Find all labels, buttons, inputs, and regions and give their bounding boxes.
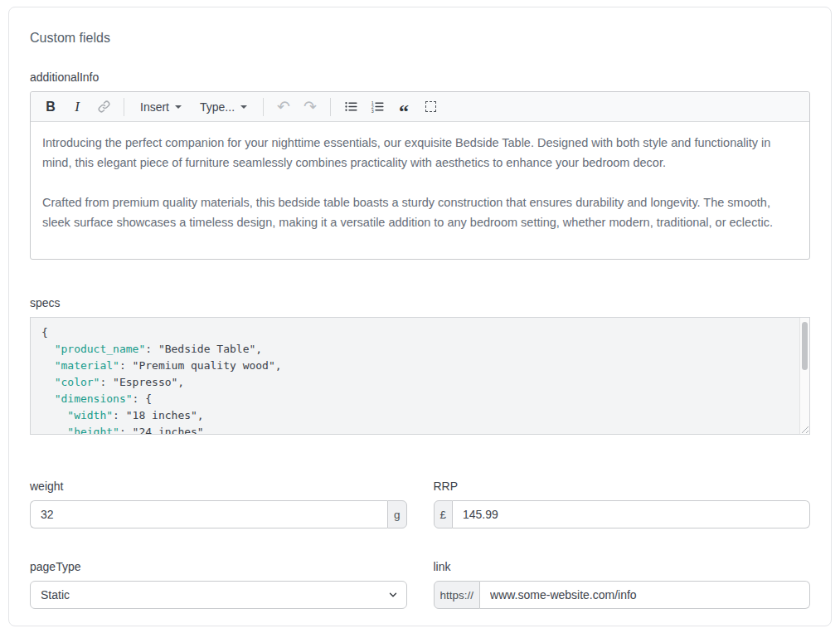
rrp-field-group: RRP £ bbox=[434, 480, 811, 528]
specs-code-content: { "product_name": "Bedside Table", "mate… bbox=[41, 324, 789, 435]
weight-label: weight bbox=[30, 480, 407, 493]
card-title: Custom fields bbox=[30, 31, 810, 46]
weight-unit-addon: g bbox=[387, 500, 407, 528]
custom-fields-card: Custom fields additionalInfo B I Insert … bbox=[8, 7, 832, 626]
page-type-select[interactable]: Static bbox=[30, 581, 407, 609]
additional-info-label: additionalInfo bbox=[30, 71, 810, 84]
link-field-group: link https:// bbox=[434, 560, 811, 609]
bullet-list-icon bbox=[344, 100, 358, 114]
redo-button[interactable]: ↷ bbox=[299, 96, 321, 118]
specs-scrollbar[interactable] bbox=[799, 318, 809, 434]
rich-text-content[interactable]: Introducing the perfect companion for yo… bbox=[31, 122, 809, 259]
bullet-list-button[interactable] bbox=[340, 96, 362, 118]
link-button[interactable] bbox=[93, 96, 114, 118]
show-blocks-button[interactable] bbox=[420, 96, 441, 118]
rrp-input[interactable] bbox=[453, 500, 810, 528]
rte-paragraph: Introducing the perfect companion for yo… bbox=[42, 133, 798, 173]
toolbar-separator bbox=[330, 98, 331, 116]
blockquote-icon: “ bbox=[399, 98, 409, 116]
undo-icon: ↶ bbox=[277, 99, 290, 114]
specs-code-editor[interactable]: { "product_name": "Bedside Table", "mate… bbox=[30, 317, 810, 435]
rte-toolbar: B I Insert Type... ↶ ↷ bbox=[31, 92, 809, 122]
rrp-label: RRP bbox=[434, 480, 811, 493]
insert-dropdown-label: Insert bbox=[140, 100, 169, 114]
link-label: link bbox=[434, 560, 811, 573]
page-type-field-group: pageType Static bbox=[30, 560, 407, 609]
rte-paragraph: Crafted from premium quality materials, … bbox=[42, 192, 798, 232]
chevron-down-icon bbox=[175, 105, 182, 109]
undo-button[interactable]: ↶ bbox=[273, 96, 294, 118]
rich-text-editor: B I Insert Type... ↶ ↷ bbox=[30, 91, 810, 260]
specs-label: specs bbox=[30, 296, 810, 309]
redo-icon: ↷ bbox=[303, 99, 317, 114]
type-dropdown-label: Type... bbox=[200, 100, 235, 114]
dashed-box-icon bbox=[425, 101, 436, 112]
link-icon bbox=[97, 100, 111, 114]
italic-button[interactable]: I bbox=[66, 96, 88, 118]
blockquote-button[interactable]: “ bbox=[393, 96, 415, 118]
numbered-list-button[interactable]: 1 2 3 bbox=[367, 96, 388, 118]
link-input[interactable] bbox=[480, 581, 810, 609]
currency-addon: £ bbox=[434, 500, 454, 528]
insert-dropdown[interactable]: Insert bbox=[134, 96, 188, 118]
type-dropdown[interactable]: Type... bbox=[193, 96, 254, 118]
toolbar-separator bbox=[263, 98, 264, 116]
svg-text:3: 3 bbox=[371, 109, 373, 114]
weight-input[interactable] bbox=[30, 500, 387, 528]
toolbar-separator bbox=[124, 98, 124, 116]
weight-field-group: weight g bbox=[30, 480, 407, 528]
chevron-down-icon bbox=[240, 105, 247, 109]
bold-button[interactable]: B bbox=[40, 96, 61, 118]
numbered-list-icon: 1 2 3 bbox=[371, 100, 385, 114]
page-type-label: pageType bbox=[30, 560, 407, 573]
protocol-addon: https:// bbox=[434, 581, 481, 609]
scrollbar-thumb[interactable] bbox=[802, 322, 808, 370]
